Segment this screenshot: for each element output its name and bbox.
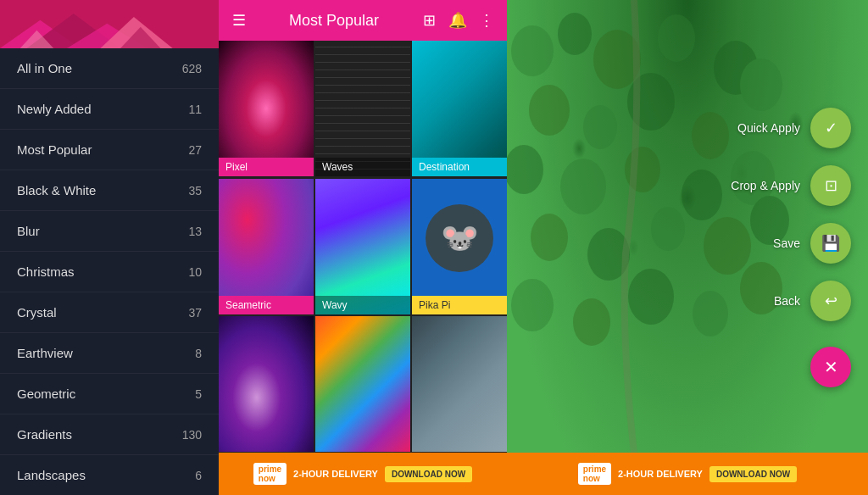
menu-item-count: 130 [182, 428, 202, 442]
crop-apply-label: Crop & Apply [731, 179, 800, 192]
grid-item-label: Pika Pi [412, 296, 507, 314]
grid-item-label: Wavy [315, 296, 410, 314]
back-row: Back ↩ [774, 281, 851, 321]
menu-item-count: 27 [188, 143, 202, 157]
back-button[interactable]: ↩ [810, 281, 851, 321]
menu-item-gradients[interactable]: Gradients130 [0, 414, 219, 455]
menu-item-christmas[interactable]: Christmas10 [0, 252, 219, 292]
menu-item-label: Earthview [17, 346, 73, 360]
svg-point-22 [531, 214, 568, 261]
crop-apply-row: Crop & Apply ⊡ [731, 165, 851, 206]
grid-item-4[interactable]: Wavy [315, 179, 410, 314]
grid-item-3[interactable]: Seametric [219, 179, 314, 314]
grid-item-label: Waves [315, 158, 410, 176]
page-title: Most Popular [258, 12, 410, 30]
menu-item-count: 37 [188, 306, 202, 320]
grid-item-label: Destination [412, 158, 507, 176]
menu-item-count: 8 [195, 347, 202, 360]
menu-item-label: Gradients [17, 427, 72, 442]
menu-item-earthview[interactable]: Earthview8 [0, 333, 219, 374]
svg-point-24 [651, 207, 685, 251]
middle-panel: ☰ Most Popular ⊞ 🔔 ⋮ PixelWavesDestinati… [219, 0, 507, 495]
menu-item-label: All in One [17, 61, 72, 75]
menu-item-blur[interactable]: Blur13 [0, 211, 219, 252]
close-button[interactable]: ✕ [810, 347, 851, 387]
menu-item-count: 35 [188, 184, 202, 197]
menu-list: All in One628Newly Added11Most Popular27… [0, 48, 219, 495]
menu-item-count: 5 [195, 387, 202, 401]
grid-item-0[interactable]: Pixel [219, 41, 314, 176]
menu-item-label: Most Popular [17, 142, 92, 157]
menu-item-label: Christmas [17, 264, 75, 279]
menu-item-black-&-white[interactable]: Black & White35 [0, 170, 219, 211]
menu-item-label: Crystal [17, 305, 57, 320]
left-header [0, 0, 219, 48]
svg-point-27 [511, 279, 554, 331]
ad-banner-middle[interactable]: primenow 2-HOUR DELIVERY DOWNLOAD NOW [219, 453, 507, 495]
crop-icon: ⊡ [825, 176, 837, 195]
menu-item-count: 10 [188, 265, 202, 279]
save-icon: 💾 [821, 234, 840, 253]
menu-item-newly-added[interactable]: Newly Added11 [0, 89, 219, 130]
save-button[interactable]: 💾 [810, 223, 851, 264]
grid-item-1[interactable]: Waves [315, 41, 410, 176]
svg-point-28 [573, 298, 610, 346]
menu-item-label: Landscapes [17, 468, 86, 482]
more-icon[interactable]: ⋮ [476, 11, 497, 30]
prime-text: 2-HOUR DELIVERY [293, 469, 378, 479]
svg-point-13 [583, 105, 617, 149]
grid-item-2[interactable]: Destination [412, 41, 507, 176]
quick-apply-label: Quick Apply [737, 121, 800, 135]
download-button-right[interactable]: DOWNLOAD NOW [709, 466, 797, 482]
prime-logo: primenow [253, 463, 287, 485]
grid-item-8[interactable] [412, 316, 507, 452]
download-button-middle[interactable]: DOWNLOAD NOW [385, 466, 472, 482]
grid-item-label: Seametric [219, 296, 314, 314]
grid-item-label: Pixel [219, 158, 314, 176]
check-icon: ✓ [825, 119, 837, 137]
svg-point-30 [693, 291, 728, 336]
menu-item-label: Geometric [17, 387, 75, 401]
menu-item-count: 11 [188, 103, 202, 116]
svg-point-7 [511, 25, 554, 76]
menu-item-count: 6 [195, 469, 202, 482]
close-icon: ✕ [824, 357, 838, 377]
svg-point-20 [682, 170, 722, 220]
save-label: Save [773, 236, 800, 250]
grid-item-6[interactable] [219, 316, 314, 452]
menu-item-label: Blur [17, 224, 40, 238]
wallpaper-grid: PixelWavesDestinationSeametricWavy🐭Pika … [219, 41, 507, 453]
menu-item-all-in-one[interactable]: All in One628 [0, 48, 219, 89]
grid-icon[interactable]: ⊞ [419, 11, 439, 30]
grid-item-5[interactable]: 🐭Pika Pi [412, 179, 507, 314]
quick-apply-button[interactable]: ✓ [810, 108, 851, 148]
right-panel: Quick Apply ✓ Crop & Apply ⊡ Save 💾 Back… [507, 0, 868, 495]
middle-header: ☰ Most Popular ⊞ 🔔 ⋮ [219, 0, 507, 41]
menu-item-crystal[interactable]: Crystal37 [0, 292, 219, 333]
pikachu-icon: 🐭 [426, 204, 493, 272]
menu-item-label: Newly Added [17, 102, 92, 116]
crop-apply-button[interactable]: ⊡ [810, 165, 851, 206]
notification-icon[interactable]: 🔔 [448, 11, 468, 30]
menu-item-landscapes[interactable]: Landscapes6 [0, 455, 219, 495]
ad-banner-right[interactable]: primenow 2-HOUR DELIVERY DOWNLOAD NOW [507, 453, 868, 495]
menu-item-most-popular[interactable]: Most Popular27 [0, 130, 219, 170]
menu-icon[interactable]: ☰ [229, 11, 249, 30]
back-label: Back [774, 294, 800, 308]
menu-item-label: Black & White [17, 183, 96, 197]
save-row: Save 💾 [773, 223, 851, 264]
menu-item-count: 628 [182, 62, 202, 75]
action-buttons: Quick Apply ✓ Crop & Apply ⊡ Save 💾 Back… [731, 108, 851, 387]
svg-point-29 [628, 269, 674, 325]
svg-point-8 [558, 13, 592, 55]
prime-logo-right: primenow [578, 463, 611, 485]
svg-point-10 [658, 14, 695, 62]
svg-point-18 [560, 159, 606, 214]
svg-point-17 [507, 145, 543, 194]
svg-point-15 [692, 112, 729, 159]
grid-item-7[interactable] [315, 316, 410, 452]
svg-point-12 [529, 85, 570, 136]
menu-item-count: 13 [188, 225, 202, 238]
svg-point-16 [740, 58, 782, 111]
menu-item-geometric[interactable]: Geometric5 [0, 374, 219, 414]
